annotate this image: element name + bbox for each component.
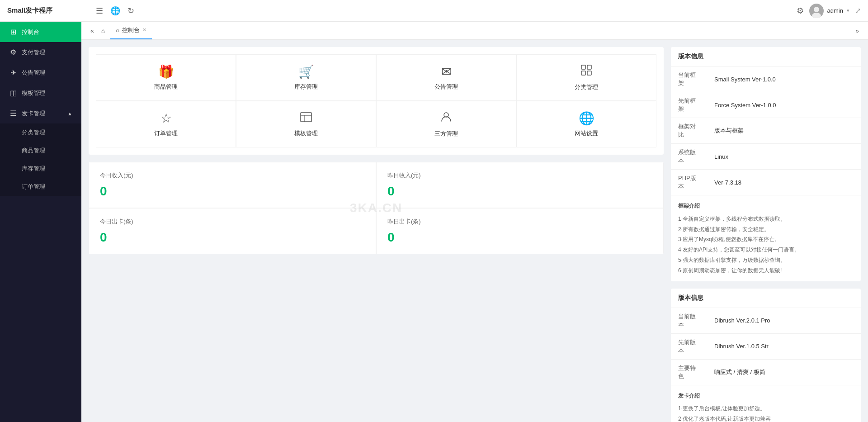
- quicknav-order[interactable]: ☆ 订单管理: [96, 101, 236, 147]
- center-panel: 🎁 商品管理 🛒 库存管理 ✉ 公告管理: [89, 47, 664, 422]
- settings-icon[interactable]: ⚙: [797, 6, 804, 16]
- table-row: 当前框架 Small System Ver-1.0.0: [671, 66, 861, 92]
- topbar-right: ⚙ admin ▾ ⤢: [797, 4, 861, 18]
- quicknav-settings[interactable]: 🌐 网站设置: [516, 101, 656, 147]
- table-row: 框架对比 版本与框架: [671, 118, 861, 144]
- sidebar-item-template-label: 模板管理: [22, 89, 45, 97]
- quicknav-third-label: 三方管理: [434, 130, 458, 138]
- desc-item: 6·原创周期动态加密，让你的数据无人能破!: [678, 266, 854, 276]
- quicknav-template[interactable]: 模板管理: [236, 101, 376, 147]
- quicknav-notice-icon: ✉: [441, 64, 452, 79]
- stat-yesterday-income: 昨日收入(元) 0: [376, 162, 664, 208]
- stat-today-income-label: 今日收入(元): [100, 171, 365, 180]
- sidebar-item-payment[interactable]: ⚙ 支付管理: [0, 42, 81, 62]
- menu-icon[interactable]: ☰: [96, 6, 103, 16]
- sidebar-item-card[interactable]: ☰ 发卡管理 ▲: [0, 103, 81, 123]
- version-table-1: 当前框架 Small System Ver-1.0.0 先前框架 Force S…: [671, 66, 861, 195]
- sidebar-item-product[interactable]: 商品管理: [0, 142, 81, 160]
- row-label: 当前版本: [671, 308, 707, 334]
- quicknav-category[interactable]: 分类管理: [516, 54, 656, 101]
- stat-today-income: 今日收入(元) 0: [89, 162, 376, 208]
- user-menu[interactable]: admin ▾: [809, 4, 849, 18]
- stat-today-cards-value: 0: [100, 230, 365, 245]
- sidebar-item-notice[interactable]: ✈ 公告管理: [0, 62, 81, 83]
- svg-rect-4: [581, 71, 585, 75]
- desc-item: 1·全新自定义框架，多线程分布式数据读取。: [678, 214, 854, 224]
- sidebar: ⊞ 控制台 ⚙ 支付管理 ✈ 公告管理 ◫ 模板管理 ☰ 发卡管理 ▲ 分类管理…: [0, 22, 81, 422]
- globe-icon[interactable]: 🌐: [110, 6, 120, 16]
- desc-item: 1·更换了后台模板,让体验更加舒适。: [678, 403, 854, 414]
- svg-rect-5: [587, 65, 591, 69]
- desc-item: 2·所有数据通过加密传输，安全稳定。: [678, 224, 854, 235]
- row-value: Small System Ver-1.0.0: [707, 66, 861, 92]
- expand-icon[interactable]: ⤢: [855, 6, 861, 15]
- tab-dashboard[interactable]: ⌂ 控制台 ✕: [110, 22, 152, 39]
- desc-item: 3·应用了Mysql协程,使您数据库不在停亡。: [678, 234, 854, 245]
- quicknav-order-label: 订单管理: [154, 129, 178, 138]
- quicknav-third[interactable]: 三方管理: [376, 101, 516, 147]
- version-card-1: 版本信息 当前框架 Small System Ver-1.0.0 先前框架 Fo…: [671, 47, 861, 281]
- quicknav-product-icon: 🎁: [158, 64, 174, 79]
- sidebar-item-payment-label: 支付管理: [22, 48, 45, 57]
- svg-rect-6: [587, 71, 591, 75]
- table-row: 先前框架 Force System Ver-1.0.0: [671, 92, 861, 118]
- row-value-link[interactable]: 版本与框架: [707, 118, 861, 144]
- stat-today-income-value: 0: [100, 184, 365, 199]
- quicknav-template-icon: [300, 111, 312, 126]
- row-value: 响应式 / 清爽 / 极简: [707, 359, 861, 385]
- row-label: 主要特色: [671, 359, 707, 385]
- stat-today-cards: 今日出卡(条) 0: [89, 208, 376, 254]
- stat-yesterday-income-label: 昨日收入(元): [387, 171, 652, 180]
- tab-close-icon[interactable]: ✕: [142, 27, 146, 33]
- sidebar-item-template[interactable]: ◫ 模板管理: [0, 83, 81, 103]
- sidebar-item-stock[interactable]: 库存管理: [0, 160, 81, 178]
- quicknav-stock[interactable]: 🛒 库存管理: [236, 54, 376, 101]
- home-btn[interactable]: ⌂: [99, 25, 107, 36]
- svg-rect-7: [301, 113, 311, 122]
- quicknav-product[interactable]: 🎁 商品管理: [96, 54, 236, 101]
- quicknav-order-icon: ☆: [160, 111, 172, 126]
- quicknav-category-label: 分类管理: [575, 83, 598, 91]
- version-table-2: 当前版本 Dlbrush Ver.2.0.1 Pro 先前版本 Dlbrush …: [671, 308, 861, 385]
- sidebar-item-dashboard[interactable]: ⊞ 控制台: [0, 22, 81, 42]
- row-label: 框架对比: [671, 118, 707, 144]
- svg-rect-3: [581, 65, 585, 69]
- table-row: 主要特色 响应式 / 清爽 / 极简: [671, 359, 861, 385]
- sidebar-item-category[interactable]: 分类管理: [0, 123, 81, 142]
- app-logo: Small发卡程序: [7, 6, 89, 15]
- sidebar-item-product-label: 商品管理: [22, 147, 45, 155]
- row-label: 先前版本: [671, 333, 707, 359]
- stats-section: 今日收入(元) 0 昨日收入(元) 0 今日出卡(条) 0 昨日出卡(条): [89, 162, 664, 254]
- quicknav-category-icon: [580, 64, 593, 80]
- row-value: Ver-7.3.18: [707, 170, 861, 195]
- svg-point-1: [814, 7, 819, 12]
- table-row: PHP版本 Ver-7.3.18: [671, 170, 861, 195]
- layout: ⊞ 控制台 ⚙ 支付管理 ✈ 公告管理 ◫ 模板管理 ☰ 发卡管理 ▲ 分类管理…: [0, 22, 868, 422]
- row-label: 当前框架: [671, 66, 707, 92]
- quicknav-notice[interactable]: ✉ 公告管理: [376, 54, 516, 101]
- row-value: Dlbrush Ver.2.0.1 Pro: [707, 308, 861, 334]
- card-arrow-icon: ▲: [67, 111, 72, 116]
- row-label: PHP版本: [671, 170, 707, 195]
- sidebar-item-dashboard-label: 控制台: [22, 28, 39, 36]
- refresh-icon[interactable]: ↻: [127, 6, 134, 16]
- table-row: 当前版本 Dlbrush Ver.2.0.1 Pro: [671, 308, 861, 334]
- sidebar-item-order[interactable]: 订单管理: [0, 178, 81, 196]
- template-icon: ◫: [9, 89, 17, 97]
- right-panel: 版本信息 当前框架 Small System Ver-1.0.0 先前框架 Fo…: [671, 47, 861, 422]
- quicknav-notice-label: 公告管理: [434, 83, 458, 91]
- row-value: Dlbrush Ver.1.0.5 Str: [707, 333, 861, 359]
- nav-prev-btn[interactable]: «: [89, 25, 96, 36]
- quicknav-stock-label: 库存管理: [294, 83, 318, 91]
- card-icon: ☰: [9, 109, 17, 118]
- version-card-2-title: 版本信息: [671, 289, 861, 308]
- stat-today-cards-label: 今日出卡(条): [100, 218, 365, 226]
- nav-next-btn[interactable]: »: [854, 25, 861, 36]
- stat-yesterday-income-value: 0: [387, 184, 652, 199]
- row-value: Force System Ver-1.0.0: [707, 92, 861, 118]
- stat-yesterday-cards-value: 0: [387, 230, 652, 245]
- tab-dashboard-label: 控制台: [122, 26, 140, 34]
- stat-yesterday-cards-label: 昨日出卡(条): [387, 218, 652, 226]
- row-label: 系统版本: [671, 144, 707, 170]
- desc-item: 5·强大的数据库引擎支撑，万级数据秒查询。: [678, 255, 854, 266]
